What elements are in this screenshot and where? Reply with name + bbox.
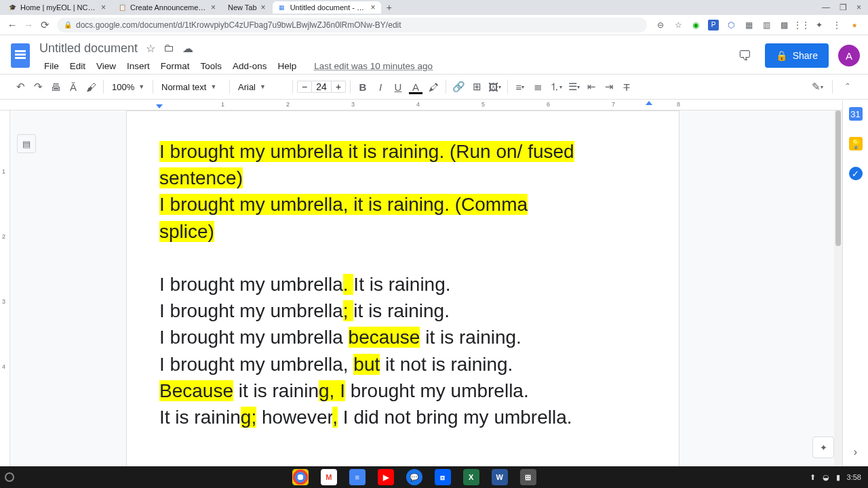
last-edit-link[interactable]: Last edit was 10 minutes ago [309,58,437,74]
app-icon[interactable]: ⊞ [520,469,536,485]
undo-button[interactable]: ↶ [12,79,28,95]
minimize-icon[interactable]: — [822,3,830,12]
open-comments-button[interactable]: 🗨 [734,45,755,66]
extension-icon[interactable]: P [708,20,719,30]
zoom-icon[interactable]: ⊖ [655,20,666,30]
tasks-icon[interactable]: ✓ [849,167,863,180]
paragraph-style-select[interactable]: Normal text▼ [157,82,225,92]
numbered-list-button[interactable]: ⒈▾ [547,79,564,95]
calendar-icon[interactable]: 31 [849,107,863,121]
docs-logo[interactable] [8,39,33,72]
vertical-scrollbar[interactable] [834,110,842,466]
print-button[interactable]: 🖶 [47,79,64,95]
horizontal-ruler[interactable]: 1 2 3 4 5 6 7 8 [0,100,842,110]
increase-indent-button[interactable]: ⇥ [601,79,617,95]
chevron-down-icon: ▼ [138,83,144,90]
close-icon[interactable]: × [101,3,106,12]
bold-button[interactable]: B [355,79,371,95]
text-color-button[interactable]: A [408,79,424,95]
launcher-button[interactable] [0,468,19,487]
extension-icon[interactable]: ⬡ [726,20,736,30]
forward-button[interactable]: → [20,19,37,30]
close-icon[interactable]: × [211,3,216,12]
move-icon[interactable]: 🗀 [163,42,174,54]
youtube-icon[interactable]: ▶ [378,469,394,485]
clear-formatting-button[interactable]: T [618,79,635,95]
puzzle-icon[interactable]: ✦ [814,20,825,30]
extension-icon[interactable]: ▩ [778,20,789,30]
excel-icon[interactable]: X [463,469,479,485]
close-window-icon[interactable]: × [856,3,861,12]
menu-addons[interactable]: Add-ons [228,58,271,74]
insert-image-button[interactable]: 🖼▾ [486,79,503,95]
scroll-thumb[interactable] [835,110,841,246]
cloud-status-icon[interactable]: ☁ [182,42,193,55]
editing-mode-button[interactable]: ✎▾ [809,79,825,95]
highlight-color-button[interactable]: 🖍 [425,79,441,95]
star-icon[interactable]: ☆ [673,20,684,30]
status-tray[interactable]: ⬆ ◒ ▮ 3:58 [810,473,868,482]
font-select[interactable]: Arial▼ [234,82,288,92]
document-page[interactable]: I brought my umbrella it is raining. (Ru… [126,110,679,466]
star-icon[interactable]: ☆ [146,42,155,55]
hide-panel-button[interactable]: › [854,446,857,458]
browser-tab[interactable]: New Tab× [222,1,271,14]
extension-icon[interactable]: ⋮⋮ [796,20,807,30]
document-outline-button[interactable]: ▤ [17,134,36,153]
document-body[interactable]: I brought my umbrella it is raining. (Ru… [159,138,646,430]
address-bar[interactable]: 🔒docs.google.com/document/d/1tKrowvpiybC… [57,18,647,33]
extension-icon[interactable]: ▦ [743,20,754,30]
insert-comment-button[interactable]: ⊞ [469,79,485,95]
redo-button[interactable]: ↷ [30,79,46,95]
menu-help[interactable]: Help [273,58,301,74]
italic-button[interactable]: I [372,79,389,95]
account-avatar[interactable]: A [838,45,860,66]
docs-icon[interactable]: ≡ [349,469,366,485]
text-run: however [256,407,332,428]
increase-font-button[interactable]: + [332,81,345,92]
vertical-ruler[interactable]: 1 2 3 4 [0,110,10,466]
back-button[interactable]: ← [4,19,20,30]
chrome-menu-icon[interactable]: ⋮ [831,20,842,30]
underline-button[interactable]: U [390,79,406,95]
extension-icon[interactable]: ▥ [761,20,772,30]
menu-file[interactable]: File [39,58,64,74]
line-spacing-button[interactable]: ≣ [530,79,546,95]
close-icon[interactable]: × [261,3,266,12]
menu-insert[interactable]: Insert [122,58,155,74]
keep-icon[interactable]: 💡 [849,137,863,150]
collapse-toolbar-button[interactable]: ˆ [840,79,856,95]
profile-icon[interactable]: ● [849,20,860,30]
browser-tab[interactable]: 🎓Home | myEOL | NC Central Uni× [3,1,111,14]
menu-edit[interactable]: Edit [65,58,90,74]
new-tab-button[interactable]: + [387,2,392,13]
right-indent-marker-icon[interactable] [646,101,652,105]
messages-icon[interactable]: 💬 [406,469,422,485]
decrease-indent-button[interactable]: ⇤ [583,79,599,95]
spellcheck-button[interactable]: Ă [65,79,81,95]
browser-tab-active[interactable]: ▦Untitled document - Google Doc× [273,1,381,14]
share-button[interactable]: 🔒Share [765,43,829,68]
font-size-input[interactable]: 24 [311,81,332,92]
browser-tab[interactable]: 📋Create Announcement – 2020 F× [113,1,221,14]
indent-marker-icon[interactable] [156,104,163,108]
insert-link-button[interactable]: 🔗 [450,79,467,95]
menu-tools[interactable]: Tools [196,58,227,74]
zoom-select[interactable]: 100%▼ [108,82,149,92]
document-title[interactable]: Untitled document [39,41,138,56]
explore-button[interactable]: ✦ [812,436,834,458]
reload-button[interactable]: ⟳ [37,19,53,31]
dropbox-icon[interactable]: ⧈ [435,469,451,485]
menu-format[interactable]: Format [156,58,195,74]
chrome-icon[interactable] [292,469,309,485]
paint-format-button[interactable]: 🖌 [83,79,99,95]
word-icon[interactable]: W [492,469,508,485]
extension-icon[interactable]: ◉ [690,20,701,30]
close-icon[interactable]: × [371,3,376,12]
maximize-icon[interactable]: ❐ [840,3,847,12]
menu-view[interactable]: View [92,58,121,74]
align-button[interactable]: ≡▾ [512,79,528,95]
decrease-font-button[interactable]: − [298,81,311,92]
bulleted-list-button[interactable]: ☰▾ [566,79,582,95]
gmail-icon[interactable]: M [321,469,337,485]
